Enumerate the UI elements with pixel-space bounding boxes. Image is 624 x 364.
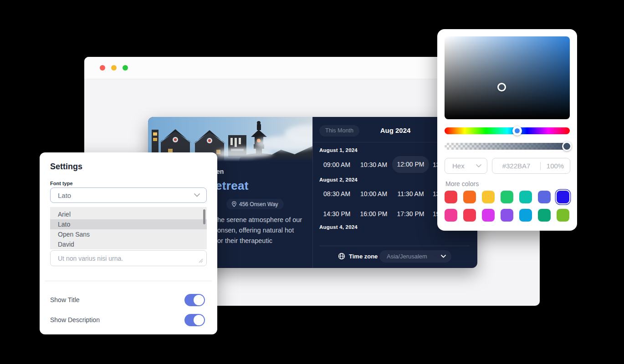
list-scrollbar[interactable] bbox=[203, 209, 205, 224]
color-swatch[interactable] bbox=[557, 209, 569, 222]
hue-slider[interactable] bbox=[445, 127, 570, 134]
settings-panel: Settings Font type Lato Ariel Lato Open … bbox=[40, 152, 217, 334]
color-swatch[interactable] bbox=[463, 191, 476, 203]
show-description-row: Show Description bbox=[50, 313, 205, 326]
chevron-down-icon bbox=[476, 164, 481, 167]
time-slot-row: 14:30 PM 16:00 PM 17:30 PM 19: bbox=[318, 205, 446, 222]
toggle-knob bbox=[194, 315, 204, 325]
venue-description: he serene atmosphere of our onsen, offer… bbox=[217, 215, 306, 246]
hex-value: #322BA7 bbox=[492, 162, 540, 170]
toggle-knob bbox=[194, 295, 204, 305]
swatch-row bbox=[445, 209, 569, 222]
time-slot[interactable]: 17:30 PM bbox=[392, 210, 429, 217]
show-title-toggle[interactable] bbox=[184, 294, 205, 306]
more-colors-label: More colors bbox=[445, 180, 479, 187]
color-swatch-selected[interactable] bbox=[557, 191, 569, 203]
this-month-button[interactable]: This Month bbox=[319, 125, 359, 136]
alpha-slider-handle[interactable] bbox=[562, 142, 572, 151]
timezone-select[interactable]: Asia/Jerusalem bbox=[379, 250, 451, 263]
color-format-select[interactable]: Hex bbox=[445, 158, 487, 174]
color-swatch[interactable] bbox=[538, 209, 551, 222]
time-slot[interactable]: 09:00 AM bbox=[318, 161, 355, 168]
venue-name-fragment: en bbox=[216, 168, 224, 175]
font-option[interactable]: David bbox=[50, 239, 207, 249]
color-swatch[interactable] bbox=[445, 191, 457, 203]
date-group-label: August 2, 2024 bbox=[319, 177, 358, 182]
font-type-select[interactable]: Lato bbox=[50, 187, 207, 203]
time-slot-selected[interactable]: 12:00 PM bbox=[392, 156, 429, 173]
globe-icon bbox=[338, 253, 345, 260]
alpha-gradient bbox=[445, 143, 570, 150]
color-picker-panel: Hex #322BA7 100% More colors bbox=[437, 29, 577, 231]
chevron-down-icon bbox=[194, 193, 200, 197]
saturation-value-area[interactable] bbox=[445, 36, 570, 119]
alpha-slider[interactable] bbox=[445, 143, 570, 150]
color-swatch[interactable] bbox=[463, 209, 476, 222]
resize-grip-icon[interactable] bbox=[198, 258, 203, 263]
time-slot-row: 08:30 AM 10:00 AM 11:30 AM 13: bbox=[318, 185, 446, 202]
font-option[interactable]: Open Sans bbox=[50, 229, 207, 239]
alpha-value: 100% bbox=[541, 162, 570, 170]
color-value-field[interactable]: #322BA7 100% bbox=[492, 158, 570, 174]
show-title-label: Show Title bbox=[50, 296, 80, 303]
font-type-label: Font type bbox=[50, 181, 73, 186]
color-swatch[interactable] bbox=[482, 191, 495, 203]
venue-address-badge: 456 Onsen Way bbox=[226, 199, 284, 209]
time-slot[interactable]: 16:00 PM bbox=[355, 210, 392, 217]
zoom-window-button[interactable] bbox=[123, 65, 128, 71]
time-slot[interactable]: 10:30 AM bbox=[355, 161, 392, 168]
time-slot[interactable]: 08:30 AM bbox=[318, 190, 355, 197]
color-swatch[interactable] bbox=[501, 209, 513, 222]
chevron-down-icon bbox=[441, 255, 446, 258]
swatch-row bbox=[445, 191, 569, 203]
sample-text-input[interactable]: Ut non varius nisi urna. bbox=[50, 250, 207, 266]
color-format-value: Hex bbox=[452, 162, 465, 170]
settings-title: Settings bbox=[50, 162, 82, 172]
description-line: or their therapeutic bbox=[217, 236, 306, 246]
venue-title-fragment: etreat bbox=[215, 179, 249, 193]
calendar-divider bbox=[319, 246, 470, 246]
font-option-selected[interactable]: Lato bbox=[50, 219, 207, 229]
timezone-value: Asia/Jerusalem bbox=[387, 253, 427, 260]
show-description-toggle[interactable] bbox=[184, 314, 205, 326]
font-option[interactable]: Ariel bbox=[50, 209, 207, 219]
font-type-value: Lato bbox=[58, 192, 71, 199]
color-swatch[interactable] bbox=[519, 209, 532, 222]
color-swatch[interactable] bbox=[445, 209, 457, 222]
description-line: onsen, offering natural hot bbox=[217, 225, 306, 236]
sv-cursor[interactable] bbox=[497, 83, 506, 91]
description-line: he serene atmosphere of our bbox=[217, 215, 306, 225]
color-swatch[interactable] bbox=[538, 191, 551, 203]
timezone-label: Time zone bbox=[349, 253, 378, 260]
sample-text-value: Ut non varius nisi urna. bbox=[58, 255, 123, 262]
date-group-label: August 1, 2024 bbox=[319, 147, 358, 153]
timezone-row: Time zone Asia/Jerusalem bbox=[313, 250, 478, 263]
venue-address: 456 Onsen Way bbox=[239, 201, 278, 207]
time-slot-row: 09:00 AM 10:30 AM 12:00 PM 13: bbox=[318, 156, 446, 173]
color-swatch[interactable] bbox=[519, 191, 532, 203]
minimize-window-button[interactable] bbox=[111, 65, 117, 71]
time-slot[interactable]: 10:00 AM bbox=[355, 190, 392, 197]
close-window-button[interactable] bbox=[100, 65, 105, 71]
color-swatch[interactable] bbox=[482, 209, 495, 222]
hue-slider-handle[interactable] bbox=[512, 126, 522, 136]
show-title-row: Show Title bbox=[50, 293, 205, 306]
date-group-label: August 4, 2024 bbox=[319, 224, 358, 230]
location-pin-icon bbox=[232, 201, 236, 207]
time-slot[interactable]: 11:30 AM bbox=[392, 190, 429, 197]
show-description-label: Show Description bbox=[50, 316, 100, 324]
color-swatch[interactable] bbox=[501, 191, 513, 203]
time-slot[interactable]: 14:30 PM bbox=[318, 210, 355, 217]
settings-divider bbox=[45, 281, 212, 281]
font-options-list: Ariel Lato Open Sans David bbox=[50, 207, 207, 249]
